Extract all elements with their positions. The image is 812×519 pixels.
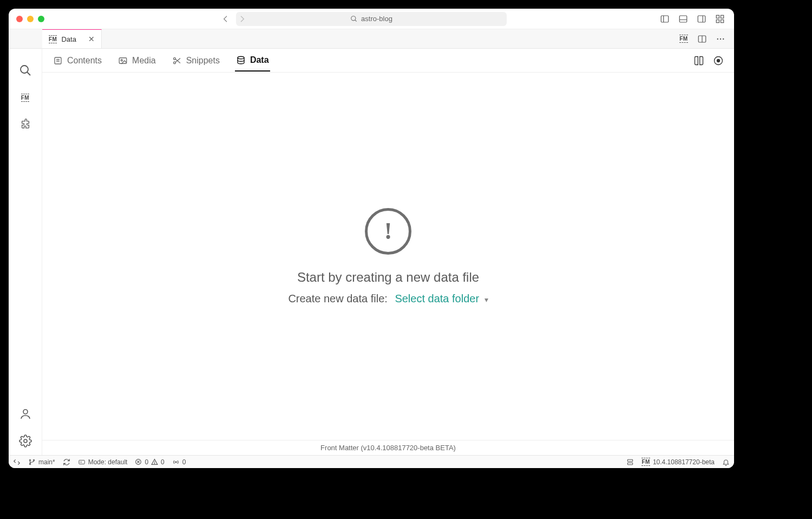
tab-close-button[interactable]: ✕ [88, 35, 95, 43]
window-minimize-button[interactable] [27, 16, 34, 22]
svg-rect-2 [661, 16, 669, 22]
subnav-media[interactable]: Media [117, 50, 157, 71]
remote-indicator[interactable] [13, 458, 21, 466]
server-icon[interactable] [626, 458, 634, 466]
manage-icon[interactable] [18, 433, 33, 449]
svg-point-12 [21, 66, 28, 73]
subnav-contents[interactable]: Contents [52, 50, 103, 71]
snippets-icon [172, 56, 182, 66]
activity-bar: FM [9, 29, 42, 455]
toggle-primary-sidebar-button[interactable] [658, 12, 671, 25]
svg-point-14 [23, 410, 28, 414]
ports-item[interactable]: 0 [172, 458, 186, 466]
window-maximize-button[interactable] [38, 16, 44, 22]
empty-title: Start by creating a new data file [297, 270, 479, 285]
svg-line-13 [27, 72, 30, 75]
problems-item[interactable]: 0 0 [135, 458, 164, 466]
empty-state: ! Start by creating a new data file Crea… [42, 73, 734, 440]
footer-text: Front Matter (v10.4.108817720-beta BETA) [320, 444, 456, 452]
editor-actions: FM [678, 29, 734, 48]
svg-rect-11 [721, 20, 724, 22]
svg-point-42 [175, 461, 176, 462]
svg-rect-6 [698, 16, 705, 22]
exclamation-circle-icon: ! [365, 208, 411, 255]
svg-point-28 [238, 56, 244, 59]
front-matter-icon[interactable]: FM [18, 90, 33, 105]
tab-title: Data [61, 35, 76, 43]
toggle-secondary-sidebar-button[interactable] [695, 12, 708, 25]
accounts-icon[interactable] [18, 406, 33, 421]
subnav-label: Data [250, 55, 269, 65]
window-close-button[interactable] [16, 16, 23, 22]
docs-icon[interactable] [693, 55, 705, 67]
media-icon [118, 56, 128, 66]
svg-point-33 [33, 459, 34, 460]
sync-item[interactable] [63, 458, 70, 466]
fm-version-item[interactable]: FM 10.4.108817720-beta [641, 458, 715, 466]
svg-point-20 [723, 38, 724, 39]
chevron-down-icon: ▾ [484, 295, 488, 304]
empty-sub-prefix: Create new data file: [288, 293, 387, 304]
svg-point-32 [29, 463, 30, 464]
svg-rect-4 [679, 16, 687, 22]
more-actions-icon[interactable] [715, 33, 726, 45]
svg-point-15 [24, 439, 27, 443]
nav-back-button[interactable] [220, 13, 232, 25]
svg-rect-43 [628, 459, 633, 462]
search-icon [350, 15, 358, 23]
svg-rect-44 [628, 463, 633, 465]
svg-point-25 [121, 59, 122, 61]
nav-forward-button[interactable] [236, 13, 248, 25]
extensions-icon[interactable] [18, 117, 33, 132]
titlebar-right-controls [658, 12, 726, 25]
svg-line-1 [355, 20, 357, 21]
subnav-snippets[interactable]: Snippets [171, 50, 221, 71]
split-editor-icon[interactable] [696, 33, 708, 45]
settings-icon[interactable] [712, 55, 724, 67]
fm-action-icon[interactable]: FM [678, 33, 690, 45]
toggle-panel-button[interactable] [677, 12, 690, 25]
editor-body: Contents Media Snippets [9, 49, 734, 455]
select-data-folder-link[interactable]: Select data folder ▾ [395, 293, 488, 304]
app-window: astro-blog [9, 9, 734, 468]
branch-name: main* [38, 458, 55, 466]
search-text: astro-blog [361, 15, 392, 23]
fm-icon: FM [49, 35, 57, 43]
customize-layout-button[interactable] [713, 12, 726, 25]
svg-point-31 [29, 459, 30, 460]
editor-tabs: FM Data ✕ FM [9, 29, 734, 49]
mode-label: Mode: default [88, 458, 128, 466]
search-view-icon[interactable] [18, 63, 33, 78]
subnav-label: Snippets [186, 56, 220, 66]
notifications-icon[interactable] [722, 458, 730, 466]
dashboard-subnav: Contents Media Snippets [42, 49, 734, 73]
svg-rect-9 [721, 15, 724, 18]
command-center-search[interactable]: astro-blog [236, 12, 507, 26]
titlebar: astro-blog [9, 9, 734, 29]
data-icon [236, 55, 246, 65]
git-branch-item[interactable]: main* [28, 458, 55, 466]
tab-data[interactable]: FM Data ✕ [42, 29, 102, 48]
mode-item[interactable]: Mode: default [78, 458, 128, 466]
svg-point-18 [717, 38, 718, 39]
svg-point-41 [154, 463, 155, 464]
subnav-label: Contents [67, 56, 102, 66]
contents-icon [53, 56, 63, 66]
svg-rect-8 [716, 15, 719, 18]
subnav-data[interactable]: Data [235, 50, 270, 72]
traffic-lights [16, 16, 44, 22]
svg-rect-34 [78, 460, 84, 464]
svg-point-0 [351, 16, 356, 20]
svg-rect-10 [716, 20, 719, 22]
footer-version-line: Front Matter (v10.4.108817720-beta BETA) [42, 440, 734, 455]
svg-point-19 [720, 38, 721, 39]
svg-rect-21 [55, 57, 61, 64]
subnav-label: Media [132, 56, 156, 66]
status-bar: main* Mode: default 0 0 0 FM 10.4.108817… [9, 455, 734, 468]
svg-point-30 [717, 59, 720, 62]
empty-subtitle: Create new data file: Select data folder… [288, 293, 488, 305]
